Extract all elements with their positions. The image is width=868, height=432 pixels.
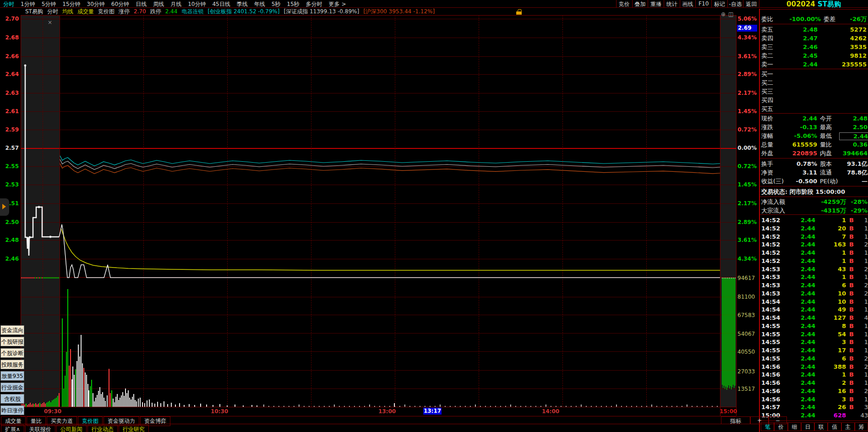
footer-tab-公司新闻[interactable]: 公司新闻 [56, 425, 87, 432]
tick-row[interactable]: 14:542.4410B1 [761, 298, 868, 306]
tick-row[interactable]: 14:562.441B1 [761, 371, 868, 379]
volume-dot [656, 406, 657, 407]
auction-match-bar [39, 277, 40, 279]
auction-volume-bar [27, 405, 28, 407]
menu-button-标记[interactable]: 标记 [711, 0, 727, 7]
title-item-1[interactable]: 分时 [47, 8, 58, 15]
tick-row[interactable]: 14:562.4416B2 [761, 387, 868, 395]
menu-button-F10[interactable]: F10 [695, 0, 711, 7]
volume-bar [63, 388, 64, 407]
volume-dot [470, 406, 471, 407]
flow-row-大宗流入: 大宗流入-4315万-29% [761, 207, 868, 215]
auction-volume-bar [38, 404, 39, 407]
footer-tab-关联报价[interactable]: 关联报价 [25, 425, 55, 432]
title-item-11[interactable]: [深证成指 11399.13 -0.89%] [284, 8, 359, 15]
tick-count: 2 [855, 290, 868, 298]
volume-bar [149, 399, 150, 407]
tick-row[interactable]: 14:522.4420B1 [761, 224, 868, 233]
menu-button--自选[interactable]: -自选 [727, 0, 743, 7]
volume-bar [110, 393, 111, 407]
side-button-昨日涨停[interactable]: 昨日涨停 [0, 405, 24, 415]
title-item-3[interactable]: 成交量 [77, 8, 94, 15]
tick-row[interactable]: 14:532.4410B2 [761, 290, 868, 298]
tick-volume: 1 [816, 371, 846, 379]
tick-row[interactable]: 14:532.446B2 [761, 281, 868, 290]
menu-button-返回[interactable]: 返回 [743, 0, 759, 7]
closing-auction-bar-tip [731, 278, 732, 279]
side-panel-handle[interactable] [0, 198, 9, 216]
indicator-label[interactable]: 指标 [721, 416, 750, 424]
tick-row[interactable]: 14:542.44127B4 [761, 314, 868, 322]
tick-row[interactable]: 14:562.44388B2 [761, 363, 868, 371]
volume-dot [273, 406, 274, 407]
tick-price: 2.44 [789, 395, 815, 404]
footer-tab-行业动态[interactable]: 行业动态 [87, 425, 118, 432]
tick-row[interactable]: 14:522.441B1 [761, 249, 868, 257]
volume-bar [184, 405, 185, 407]
intraday-chart-region[interactable]: 2.702.682.662.642.632.612.592.572.552.53… [0, 15, 759, 416]
title-item-10[interactable]: [创业板指 2401.52 -0.79%] [207, 8, 279, 15]
detail-tab-筹[interactable]: 筹 [855, 422, 868, 431]
flow-label: 大宗流入 [761, 207, 785, 215]
menu-button-重播[interactable]: 重播 [648, 0, 664, 7]
tick-row[interactable]: 14:562.443B1 [761, 395, 868, 404]
side-button-含权股[interactable]: 含权股 [0, 394, 24, 404]
info-row-涨跌: 涨跌-0.13最高2.50 [761, 123, 868, 131]
zoom-in-button[interactable]: + [750, 416, 769, 424]
tick-direction: B [849, 224, 854, 233]
tick-row[interactable]: 14:532.441B1 [761, 273, 868, 281]
detail-tab-值[interactable]: 值 [828, 422, 841, 431]
tick-row[interactable]: 14:552.448B1 [761, 322, 868, 330]
tick-row[interactable]: 14:522.441B1 [761, 257, 868, 265]
auction-volume-bar [56, 398, 57, 407]
menu-button-叠加[interactable]: 叠加 [632, 0, 648, 7]
menu-button-画线[interactable]: 画线 [680, 0, 696, 7]
side-button-放量935[interactable]: 放量935 [0, 371, 24, 381]
detail-tab-联[interactable]: 联 [814, 422, 828, 431]
expand-arrow-icon [2, 204, 6, 209]
title-item-2[interactable]: 均线 [62, 8, 73, 15]
title-item-4[interactable]: 竞价图 [98, 8, 115, 15]
title-item-9[interactable]: 电器连锁 [181, 8, 203, 15]
tick-row[interactable]: 14:552.446B2 [761, 355, 868, 363]
zoom-out-button[interactable]: − [769, 416, 787, 424]
menu-item-0[interactable]: 分时 [0, 0, 17, 9]
tick-row[interactable]: 14:532.4443B2 [761, 265, 868, 273]
detail-tab-主[interactable]: 主 [841, 422, 855, 431]
side-button-个股诊断[interactable]: 个股诊断 [0, 348, 24, 358]
strip-right-border [736, 15, 737, 416]
tick-row[interactable]: 14:542.4449B1 [761, 306, 868, 314]
tick-count: 2 [855, 387, 868, 395]
tick-row[interactable]: 14:552.4417B1 [761, 346, 868, 355]
footer-tab-行业研究[interactable]: 行业研究 [119, 425, 149, 432]
tick-row[interactable]: 14:522.441B1 [761, 216, 868, 224]
menu-button-统计[interactable]: 统计 [664, 0, 680, 7]
tick-row[interactable]: 14:522.44163B2 [761, 241, 868, 249]
volume-bar [109, 369, 109, 407]
closing-auction-bar-tip [733, 278, 733, 279]
weibi-label: 委比 [761, 15, 773, 23]
tick-row[interactable]: 14:552.4454B1 [761, 330, 868, 339]
footer-tab-扩展∧[interactable]: 扩展∧ [1, 425, 24, 432]
volume-dot [409, 406, 410, 407]
side-button-投顾服务[interactable]: 投顾服务 [0, 360, 24, 369]
tick-row[interactable]: 14:572.4426B3 [761, 403, 868, 411]
ask-label: 卖二 [761, 52, 773, 60]
flow-percent: -29% [848, 207, 868, 215]
detail-tab-细[interactable]: 细 [788, 422, 801, 431]
ask-row-1: 卖一2.44235555 [761, 60, 868, 69]
tick-row[interactable]: 14:562.442B1 [761, 379, 868, 387]
menu-button-竞价[interactable]: 竞价 [616, 0, 632, 7]
volume-dot [692, 406, 693, 407]
price-axis-label: 2.64 [0, 71, 19, 77]
detail-tab-日[interactable]: 日 [801, 422, 814, 431]
volume-dot [551, 406, 551, 407]
tick-row[interactable]: 14:552.443B1 [761, 338, 868, 346]
side-button-个股研报[interactable]: 个股研报 [0, 337, 24, 346]
side-button-资金流向[interactable]: 资金流向 [0, 325, 24, 335]
side-button-行业掘金[interactable]: 行业掘金 [0, 383, 24, 392]
tick-row[interactable]: 14:522.447B1 [761, 233, 868, 241]
title-item-12[interactable]: [沪深300 3953.44 -1.12%] [363, 8, 435, 15]
tick-time: 14:52 [761, 249, 780, 257]
volume-dot [309, 406, 310, 407]
